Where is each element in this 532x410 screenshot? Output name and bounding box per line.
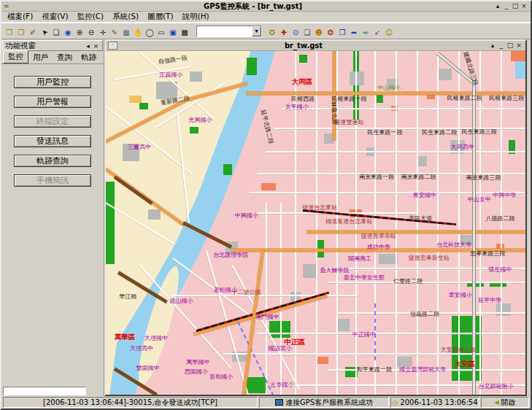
- window-view-icon[interactable]: ❐: [336, 27, 348, 38]
- panel-dock-button[interactable]: ◂: [84, 42, 92, 50]
- map-label-34: 開南商工: [348, 255, 371, 261]
- panel-button-2[interactable]: 終端設定: [14, 115, 91, 128]
- toolbar-left-group: ❒❐✐➤❏◉⊕⊖✛✎▦✋◯▭▣▩: [4, 24, 190, 38]
- map-canvas[interactable]: 自強路一段正義國小重新路二段光興國小三重高中大同區民權西路太平國小中山國小建國北…: [106, 51, 525, 395]
- zoom-out-icon[interactable]: ⊖: [85, 27, 97, 38]
- menu-item-0[interactable]: 檔案(F): [3, 12, 37, 22]
- map-label-40: 臺北中學女生部: [344, 274, 385, 280]
- query-doc-icon[interactable]: ⊙: [290, 27, 301, 38]
- center-point-icon[interactable]: ◉: [62, 27, 74, 38]
- map-label-56: 大安森林公園: [441, 346, 476, 352]
- report-icon[interactable]: ❏: [301, 27, 313, 38]
- panel-button-4[interactable]: 軌跡查詢: [14, 155, 91, 167]
- open-folder-icon[interactable]: ❒: [4, 27, 15, 38]
- block-shape: [427, 94, 436, 99]
- street-shape: [266, 151, 526, 152]
- street-shape: [396, 51, 397, 395]
- ellipse-select-icon[interactable]: ◯: [144, 27, 155, 38]
- title-bar: = GPS監控系統 - [br_tw.gst] ▴ _ □ ×: [1, 1, 531, 12]
- image-view-icon[interactable]: ▣: [167, 27, 179, 38]
- status-message: [2006-11-03 13:06:44]-30015,命令發送成功[TCP]: [43, 398, 217, 408]
- sound-status: 開啟: [501, 398, 516, 408]
- pan-select-icon[interactable]: ✛: [97, 27, 109, 38]
- status-connection-segment: 連接GPS客戶服務系統成功: [259, 397, 389, 408]
- combo-dropdown-icon[interactable]: ▼: [252, 26, 261, 36]
- park-shape: [299, 55, 308, 63]
- map-window-titlebar: - br_tw.gst ▴ _ □ ×: [106, 41, 525, 51]
- grid-icon[interactable]: ▦: [120, 27, 132, 38]
- minimize-button[interactable]: _: [502, 1, 511, 11]
- tab-1[interactable]: 用戶: [28, 52, 53, 63]
- signal-icon[interactable]: ❂: [325, 27, 336, 38]
- map-label-11: 民權東路二段: [447, 94, 482, 101]
- status-message-segment: [2006-11-03 13:06:44]-30015,命令發送成功[TCP]: [3, 397, 258, 408]
- map-label-19: 大同高中: [451, 143, 474, 150]
- tab-2[interactable]: 查詢: [53, 52, 77, 63]
- map-label-33: 成功中學: [367, 244, 390, 250]
- map-window-controls: ▴ _ □ ×: [488, 41, 523, 50]
- rect-select-icon[interactable]: ▭: [155, 27, 167, 38]
- panel-button-0[interactable]: 用戶監控: [14, 76, 91, 88]
- panel-status-field: [3, 387, 86, 395]
- map-label-38: 懷生國中: [489, 266, 512, 272]
- measure-icon[interactable]: ✎: [109, 27, 120, 38]
- map-label-24: 中山女中: [468, 196, 491, 203]
- user-status-icon[interactable]: ☺: [383, 27, 395, 38]
- map-maximize-button[interactable]: □: [506, 41, 514, 50]
- block-shape: [261, 183, 276, 190]
- find-user-icon[interactable]: ✪: [266, 27, 278, 38]
- map-close-button[interactable]: ×: [514, 41, 523, 50]
- maximize-button[interactable]: □: [511, 1, 520, 11]
- tab-0[interactable]: 監控: [3, 50, 28, 63]
- import-map-icon[interactable]: ❐: [15, 27, 27, 38]
- hand-pan-icon[interactable]: ✋: [132, 27, 144, 38]
- menu-item-4[interactable]: 圖層(T): [143, 12, 178, 22]
- menu-item-5[interactable]: 說明(H): [178, 12, 214, 22]
- users-icon[interactable]: ☻: [313, 27, 325, 38]
- combo-input[interactable]: [197, 26, 252, 36]
- map-label-43: 延平中學: [478, 297, 501, 303]
- map-window-icon[interactable]: -: [108, 42, 117, 50]
- panel-button-5[interactable]: 手機簡訊: [14, 174, 91, 187]
- street-shape: [173, 295, 358, 296]
- park-shape: [223, 164, 232, 174]
- gps-locate-icon[interactable]: ✚: [278, 27, 290, 38]
- system-menu-icon[interactable]: =: [4, 1, 12, 11]
- track-user-icon[interactable]: ➾: [360, 27, 371, 38]
- park-shape: [139, 103, 148, 109]
- map-label-59: 雙園國中: [136, 365, 160, 371]
- computer-icon: [275, 399, 283, 406]
- polygon-select-icon[interactable]: ▩: [179, 27, 190, 38]
- pin-target-icon[interactable]: ➶: [371, 27, 383, 38]
- zoom-in-icon[interactable]: ⊕: [74, 27, 85, 38]
- building-shape: [379, 254, 398, 264]
- function-panel-titlebar: 功能視窗 ◂ ×: [2, 40, 103, 51]
- map-label-4: 三重高中: [128, 143, 151, 150]
- map-label-52: 大理國中: [144, 335, 168, 341]
- menu-item-2[interactable]: 監控(C): [73, 12, 109, 22]
- status-datetime: 2006-11-03 13:06:54: [400, 398, 477, 406]
- map-label-23: 長安國中: [413, 191, 436, 198]
- status-time-segment: ◷ 2006-11-03 13:06:54: [390, 397, 479, 408]
- building-shape: [303, 264, 315, 278]
- map-minimize-button[interactable]: _: [497, 41, 506, 50]
- close-button[interactable]: ×: [520, 1, 528, 11]
- building-shape: [190, 71, 202, 82]
- workspace: 功能視窗 ◂ × 監控用戶查詢軌跡 用戶監控用戶警報終端設定發送訊息軌跡查詢手機…: [1, 39, 531, 396]
- street-shape: [501, 51, 502, 395]
- map-scale-combo[interactable]: ▼: [196, 26, 262, 37]
- map-label-8: 中山國小: [377, 85, 401, 91]
- tab-3[interactable]: 軌跡: [77, 52, 101, 63]
- map-label-48: 南門國中: [255, 313, 279, 320]
- map-label-58: 萬華國中: [187, 359, 210, 365]
- map-pin-button[interactable]: ▴: [488, 41, 497, 50]
- pin-button[interactable]: ▴: [493, 1, 502, 11]
- menu-item-3[interactable]: 系統(S): [108, 12, 143, 22]
- panel-button-3[interactable]: 發送訊息: [14, 135, 91, 147]
- panel-button-1[interactable]: 用戶警報: [14, 96, 91, 108]
- send-screen-icon[interactable]: ➦: [348, 27, 360, 38]
- major-road-shape: [307, 231, 525, 233]
- menu-item-1[interactable]: 視窗(V): [37, 12, 72, 22]
- panel-close-button[interactable]: ×: [92, 42, 100, 50]
- building-shape: [336, 319, 349, 330]
